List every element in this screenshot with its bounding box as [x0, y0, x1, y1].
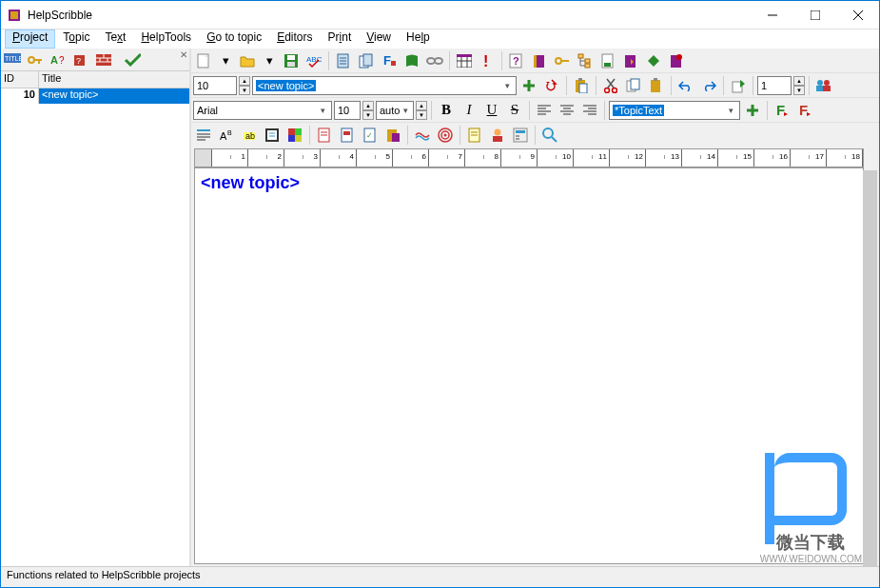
svg-rect-121 [493, 136, 502, 142]
brick-icon[interactable] [95, 51, 112, 69]
book-purple-icon[interactable] [529, 50, 550, 71]
insert-doc3-icon[interactable]: ✓ [360, 125, 381, 146]
open-dd-icon[interactable]: ▾ [260, 50, 279, 71]
menu-topic[interactable]: Topic [55, 29, 97, 49]
users-icon[interactable] [813, 75, 834, 96]
menu-project[interactable]: Project [5, 29, 55, 49]
topic-row-id: 10 [1, 88, 39, 104]
book-red-icon[interactable] [666, 50, 687, 71]
key-gold-icon[interactable] [552, 50, 573, 71]
new-dd-icon[interactable]: ▾ [216, 50, 235, 71]
col-title[interactable]: Title [39, 71, 189, 88]
recycle-icon[interactable] [541, 75, 562, 96]
insert-doc-icon[interactable] [314, 125, 335, 146]
size-input[interactable] [334, 101, 361, 120]
wave-icon[interactable] [412, 125, 433, 146]
save-icon[interactable] [281, 50, 302, 71]
id-spinner[interactable]: ▲▼ [239, 76, 250, 95]
color-swatch-icon[interactable] [284, 125, 305, 146]
note-icon[interactable] [464, 125, 485, 146]
link-chain-icon[interactable] [424, 50, 445, 71]
code-block-icon[interactable] [262, 125, 283, 146]
menu-help[interactable]: Help [399, 29, 438, 49]
page-input[interactable] [757, 76, 792, 95]
cut-icon[interactable] [600, 75, 621, 96]
menu-print[interactable]: Print [321, 29, 360, 49]
f-red-icon[interactable]: F▸ [794, 100, 815, 121]
minimize-button[interactable] [751, 1, 793, 29]
underline-button[interactable]: U [481, 101, 502, 120]
font-color-icon[interactable]: F [379, 50, 400, 71]
menu-view[interactable]: View [359, 29, 399, 49]
undo-icon[interactable] [675, 75, 696, 96]
copy-icon[interactable] [623, 75, 644, 96]
paste-icon[interactable] [571, 75, 592, 96]
auto-select[interactable]: auto▾ [376, 101, 414, 120]
book-green-icon[interactable] [401, 50, 422, 71]
search-icon[interactable] [539, 125, 560, 146]
col-id[interactable]: ID [1, 71, 39, 88]
grid-icon[interactable] [454, 50, 475, 71]
topic-select[interactable]: <new topic> ▾ [252, 76, 517, 95]
svg-point-126 [543, 128, 553, 138]
align-block-icon[interactable] [193, 125, 214, 146]
align-center-icon[interactable] [557, 100, 577, 121]
doc-green-icon[interactable] [597, 50, 618, 71]
svg-text:B: B [227, 129, 232, 136]
a-question-icon[interactable]: A? [49, 51, 67, 69]
paste2-icon[interactable] [646, 75, 667, 96]
person-icon[interactable] [487, 125, 508, 146]
pane-close-icon[interactable]: ✕ [180, 49, 187, 60]
menu-goto[interactable]: Go to topic [199, 29, 269, 49]
key-yellow-icon[interactable] [27, 51, 44, 69]
open-icon[interactable] [237, 50, 258, 71]
close-button[interactable] [836, 1, 879, 29]
export-icon[interactable] [728, 75, 749, 96]
svg-text:?: ? [59, 55, 65, 66]
bold-button[interactable]: B [436, 101, 457, 120]
align-left-icon[interactable] [534, 100, 555, 121]
statusbar: Functions related to HelpScribble projec… [1, 566, 879, 587]
add-topic-icon[interactable] [518, 75, 539, 96]
menu-text[interactable]: Text [97, 29, 133, 49]
italic-button[interactable]: I [459, 101, 479, 120]
insert-doc2-icon[interactable] [337, 125, 358, 146]
auto-spinner[interactable]: ▲▼ [416, 101, 427, 120]
editor-area[interactable]: <new topic> [194, 167, 864, 564]
super-icon[interactable]: AB [216, 125, 237, 146]
menu-helptools[interactable]: HelpTools [133, 29, 199, 49]
highlight-icon[interactable]: ab [239, 125, 260, 146]
spellcheck-icon[interactable]: ABC [303, 50, 324, 71]
doc-copy-icon[interactable] [356, 50, 377, 71]
title-badge-icon[interactable]: TITLE [4, 51, 21, 69]
book-purple2-icon[interactable] [620, 50, 641, 71]
menu-editors[interactable]: Editors [269, 29, 320, 49]
vertical-scrollbar[interactable] [863, 170, 877, 584]
svg-rect-64 [651, 80, 660, 92]
doc-blue-icon[interactable] [333, 50, 354, 71]
maximize-button[interactable] [793, 1, 836, 29]
style-add-icon[interactable] [742, 100, 763, 121]
svg-text:▸: ▸ [784, 109, 788, 118]
page-spinner[interactable]: ▲▼ [793, 76, 805, 95]
topic-id-input[interactable] [193, 76, 237, 95]
clipboard-purple-icon[interactable] [382, 125, 403, 146]
warning-icon[interactable]: ! [477, 50, 498, 71]
style-select[interactable]: *TopicText ▾ [609, 101, 740, 120]
font-select[interactable]: Arial ▾ [193, 101, 332, 120]
strike-button[interactable]: S [504, 101, 525, 120]
ruler[interactable]: 12 34 56 78 910 1112 1314 1516 1718 [194, 148, 864, 167]
target-icon[interactable] [435, 125, 456, 146]
new-icon[interactable] [193, 50, 214, 71]
hidden-question-icon[interactable]: ? [72, 51, 89, 69]
topic-row[interactable]: 10 <new topic> [1, 88, 189, 104]
tree-icon[interactable] [575, 50, 596, 71]
size-spinner[interactable]: ▲▼ [362, 101, 374, 120]
form-icon[interactable] [510, 125, 531, 146]
diamond-icon[interactable] [643, 50, 664, 71]
f-green-icon[interactable]: F▸ [772, 100, 792, 121]
align-right-icon[interactable] [579, 100, 600, 121]
help-question-icon[interactable]: ? [506, 50, 527, 71]
check-icon[interactable] [124, 51, 141, 69]
redo-icon[interactable] [698, 75, 719, 96]
